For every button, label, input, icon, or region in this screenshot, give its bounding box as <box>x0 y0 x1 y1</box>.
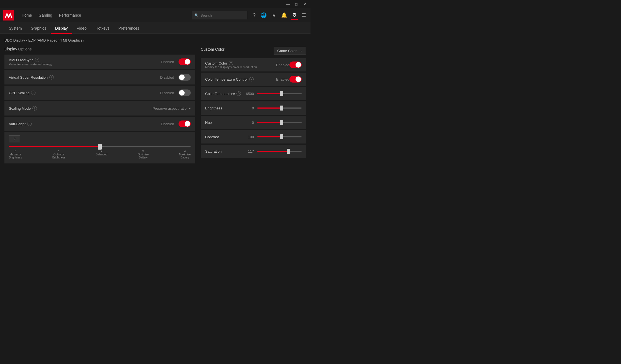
vari-bright-slider-track[interactable] <box>9 146 191 147</box>
vsr-toggle[interactable] <box>179 74 191 81</box>
gpu-scaling-label: GPU Scaling <box>9 91 29 95</box>
saturation-row: Saturation 117 <box>201 145 306 158</box>
custom-color-toggle[interactable] <box>289 61 302 68</box>
amd-freesync-value: Enabled <box>161 60 174 64</box>
gpu-scaling-value: Disabled <box>160 91 174 95</box>
vari-bright-slider-section: 2 0 Maximize Brightness 1 Optimize Brigh… <box>4 132 195 163</box>
color-temperature-slider[interactable] <box>257 93 302 94</box>
custom-color-value-label: Enabled <box>276 63 286 67</box>
gpu-scaling-toggle[interactable] <box>179 89 191 96</box>
header: Home Gaming Performance 🔍 ? 🌐 ★ 🔔 ⚙ ☰ <box>0 8 310 22</box>
amd-logo <box>3 10 14 20</box>
minimize-button[interactable]: — <box>284 1 292 7</box>
scaling-mode-dropdown-arrow: ▾ <box>189 106 191 111</box>
amd-freesync-help-icon[interactable]: ? <box>35 58 39 62</box>
saturation-label: Saturation <box>205 149 222 153</box>
scaling-mode-label: Scaling Mode <box>9 106 31 111</box>
scaling-mode-dropdown[interactable]: Preserve aspect ratio ▾ <box>152 106 191 111</box>
color-temperature-row: Color Temperature ? 6500 <box>201 87 306 100</box>
vari-bright-toggle[interactable] <box>179 121 191 127</box>
brightness-row: Brightness 0 <box>201 101 306 115</box>
vari-bright-value: Enabled <box>161 122 174 126</box>
tabs: System Graphics Display Video Hotkeys Pr… <box>0 22 310 34</box>
custom-color-label: Custom Color <box>205 61 227 65</box>
header-icons: ? 🌐 ★ 🔔 ⚙ ☰ <box>252 11 307 20</box>
breadcrumb: DDC Display - EDP (AMD Radeon(TM) Graphi… <box>0 34 310 45</box>
custom-color-row: Custom Color ? Modify the display's colo… <box>201 58 306 71</box>
tab-system[interactable]: System <box>4 26 26 34</box>
search-input[interactable] <box>200 13 245 17</box>
contrast-slider[interactable] <box>257 136 302 137</box>
amd-freesync-label: AMD FreeSync <box>9 58 33 62</box>
color-temp-control-label: Color Temperature Control <box>205 77 248 81</box>
hue-value: 0 <box>244 121 254 125</box>
nav-performance[interactable]: Performance <box>59 12 81 19</box>
vari-bright-row: Vari-Bright ? Enabled <box>4 117 195 131</box>
game-color-arrow: → <box>299 49 302 53</box>
slider-label-0: 0 Maximize Brightness <box>9 150 22 159</box>
brightness-label: Brightness <box>205 106 222 110</box>
search-bar: 🔍 <box>192 11 247 19</box>
slider-label-3: 3 Optimize Battery <box>138 150 149 159</box>
vsr-value: Disabled <box>160 75 174 80</box>
vsr-row: Virtual Super Resolution ? Disabled <box>4 70 195 84</box>
vari-bright-slider-fill <box>9 146 100 147</box>
saturation-slider[interactable] <box>257 151 302 152</box>
amd-freesync-toggle[interactable] <box>179 58 191 65</box>
color-temp-control-value-label: Enabled <box>276 77 286 81</box>
brightness-slider[interactable] <box>257 107 302 109</box>
custom-color-header: Custom Color Game Color → <box>201 47 306 55</box>
custom-color-help-icon[interactable]: ? <box>229 61 233 65</box>
tab-hotkeys[interactable]: Hotkeys <box>91 26 114 34</box>
color-temperature-label: Color Temperature <box>205 92 235 96</box>
contrast-value: 100 <box>244 135 254 139</box>
game-color-label: Game Color <box>277 49 297 53</box>
gpu-scaling-row: GPU Scaling ? Disabled <box>4 86 195 100</box>
maximize-button[interactable]: □ <box>293 1 300 7</box>
vari-bright-help-icon[interactable]: ? <box>27 122 32 126</box>
display-options-title: Display Options <box>4 47 195 51</box>
menu-icon[interactable]: ☰ <box>301 11 307 19</box>
amd-freesync-sublabel: Variable-refresh-rate technology <box>9 63 161 66</box>
left-panel: Display Options AMD FreeSync ? Variable-… <box>4 47 195 165</box>
color-temp-control-row: Color Temperature Control ? Enabled <box>201 73 306 86</box>
vsr-label: Virtual Super Resolution <box>9 75 48 80</box>
tab-video[interactable]: Video <box>72 26 91 34</box>
settings-icon[interactable]: ⚙ <box>291 11 298 20</box>
vari-bright-label: Vari-Bright <box>9 122 26 126</box>
color-temp-control-help-icon[interactable]: ? <box>249 77 254 81</box>
globe-icon[interactable]: 🌐 <box>259 11 268 19</box>
vsr-help-icon[interactable]: ? <box>49 75 54 80</box>
hue-row: Hue 0 <box>201 116 306 129</box>
tab-display[interactable]: Display <box>51 26 72 34</box>
color-temperature-help-icon[interactable]: ? <box>236 91 241 96</box>
game-color-button[interactable]: Game Color → <box>274 47 306 55</box>
brightness-value: 0 <box>244 106 254 110</box>
search-icon: 🔍 <box>194 13 199 17</box>
nav-gaming[interactable]: Gaming <box>39 12 52 19</box>
close-button[interactable]: ✕ <box>301 1 308 7</box>
color-temperature-value: 6500 <box>244 92 254 96</box>
nav-home[interactable]: Home <box>22 12 32 19</box>
amd-freesync-row: AMD FreeSync ? Variable-refresh-rate tec… <box>4 55 195 69</box>
vari-bright-slider-labels: 0 Maximize Brightness 1 Optimize Brightn… <box>9 150 191 159</box>
tab-graphics[interactable]: Graphics <box>26 26 51 34</box>
vari-bright-slider-thumb[interactable] <box>98 144 102 150</box>
help-icon[interactable]: ? <box>252 11 257 19</box>
right-panel: Custom Color Game Color → Custom Color ?… <box>201 47 306 165</box>
slider-label-4: 4 Maximize Battery <box>179 150 191 159</box>
favorites-icon[interactable]: ★ <box>271 11 277 19</box>
saturation-value: 117 <box>244 149 254 153</box>
notifications-icon[interactable]: 🔔 <box>280 11 288 19</box>
scaling-mode-help-icon[interactable]: ? <box>32 106 37 111</box>
hue-label: Hue <box>205 121 212 125</box>
color-temp-control-toggle[interactable] <box>289 76 302 83</box>
scaling-mode-row: Scaling Mode ? Preserve aspect ratio ▾ <box>4 101 195 116</box>
vari-bright-slider-value: 2 <box>9 135 20 142</box>
main-content: Display Options AMD FreeSync ? Variable-… <box>0 45 310 169</box>
scaling-mode-value: Preserve aspect ratio <box>152 106 187 111</box>
tab-preferences[interactable]: Preferences <box>114 26 144 34</box>
gpu-scaling-help-icon[interactable]: ? <box>31 91 35 95</box>
contrast-label: Contrast <box>205 135 219 139</box>
hue-slider[interactable] <box>257 122 302 123</box>
